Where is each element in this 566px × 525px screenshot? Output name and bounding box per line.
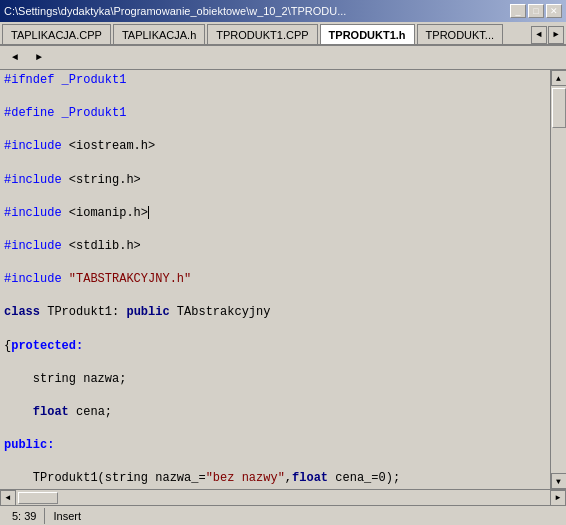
status-bar: 5: 39 Insert <box>0 505 566 525</box>
nav-forward-button[interactable]: ► <box>28 48 50 68</box>
code-line-8: class TProdukt1: public TAbstrakcyjny <box>4 304 546 321</box>
code-line-6: #include <stdlib.h> <box>4 238 546 255</box>
code-line-13: TProdukt1(string nazwa_="bez nazwy",floa… <box>4 470 546 487</box>
scroll-thumb[interactable] <box>552 88 566 128</box>
tab-tprodukt1-cpp[interactable]: TPRODUKT1.CPP <box>207 24 317 44</box>
tab-bar: TAPLIKACJA.CPP TAPLIKACJA.h TPRODUKT1.CP… <box>0 22 566 46</box>
tab-taplikacja-cpp[interactable]: TAPLIKACJA.CPP <box>2 24 111 44</box>
vertical-scrollbar[interactable]: ▲ ▼ <box>550 70 566 489</box>
window-controls: _ □ ✕ <box>510 4 562 18</box>
scroll-up-button[interactable]: ▲ <box>551 70 567 86</box>
scroll-track[interactable] <box>551 86 566 473</box>
code-line-7: #include "TABSTRAKCYJNY.h" <box>4 271 546 288</box>
edit-mode: Insert <box>45 508 89 524</box>
scroll-left-button[interactable]: ◄ <box>0 490 16 506</box>
scroll-h-thumb[interactable] <box>18 492 58 504</box>
title-bar: C:\Settings\dydaktyka\Programowanie_obie… <box>0 0 566 22</box>
cursor-position: 5: 39 <box>4 508 45 524</box>
code-line-12: public: <box>4 437 546 454</box>
tab-tprodukt-more[interactable]: TPRODUKT... <box>417 24 503 44</box>
code-line-2: #define _Produkt1 <box>4 105 546 122</box>
tab-scroll-controls: ◄ ► <box>531 26 564 44</box>
code-editor[interactable]: #ifndef _Produkt1 #define _Produkt1 #inc… <box>0 70 550 489</box>
title-text: C:\Settings\dydaktyka\Programowanie_obie… <box>4 5 346 17</box>
toolbar: ◄ ► <box>0 46 566 70</box>
code-line-11: float cena; <box>4 404 546 421</box>
code-line-10: string nazwa; <box>4 371 546 388</box>
code-line-1: #ifndef _Produkt1 <box>4 72 546 89</box>
scroll-right-button[interactable]: ► <box>550 490 566 506</box>
tab-scroll-right[interactable]: ► <box>548 26 564 44</box>
tab-taplikacja-h[interactable]: TAPLIKACJA.h <box>113 24 205 44</box>
code-line-5: #include <iomanip.h> <box>4 205 546 222</box>
code-line-3: #include <iostream.h> <box>4 138 546 155</box>
code-line-9: {protected: <box>4 338 546 355</box>
nav-back-button[interactable]: ◄ <box>4 48 26 68</box>
close-button[interactable]: ✕ <box>546 4 562 18</box>
minimize-button[interactable]: _ <box>510 4 526 18</box>
tab-scroll-left[interactable]: ◄ <box>531 26 547 44</box>
horizontal-scrollbar[interactable]: ◄ ► <box>0 489 566 505</box>
tab-tprodukt1-h[interactable]: TPRODUKT1.h <box>320 24 415 44</box>
code-line-4: #include <string.h> <box>4 172 546 189</box>
scroll-h-track[interactable] <box>16 490 550 505</box>
scroll-down-button[interactable]: ▼ <box>551 473 567 489</box>
maximize-button[interactable]: □ <box>528 4 544 18</box>
